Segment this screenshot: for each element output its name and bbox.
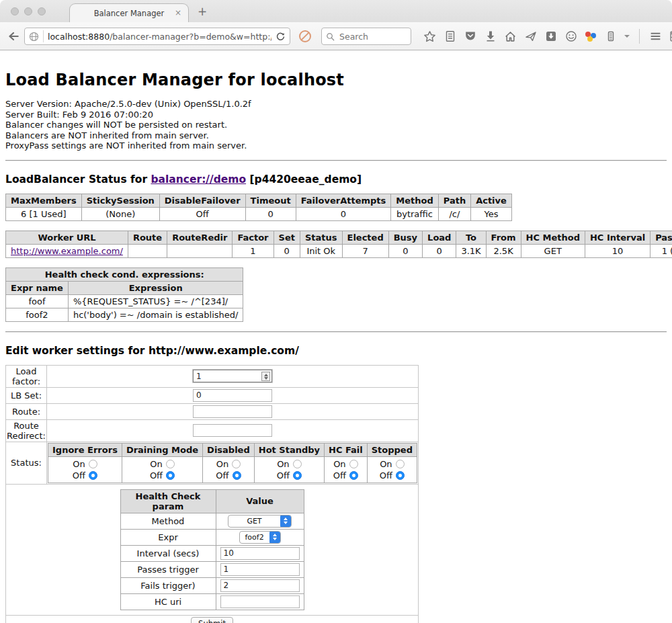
cell-expr-name: foof2 <box>6 308 69 321</box>
col-maxmembers: MaxMembers <box>6 194 82 207</box>
loadbalancer-status-heading: LoadBalancer Status for balancer://demo … <box>5 173 667 185</box>
col-expr-name: Expr name <box>6 281 69 294</box>
hc-interval-row: Interval (secs) <box>120 545 304 561</box>
hc-fails-input[interactable] <box>220 579 300 592</box>
load-factor-row: Load factor: <box>6 365 419 387</box>
hc-fail-on-radio[interactable] <box>349 460 358 468</box>
col-expression: Expression <box>68 281 243 294</box>
hc-uri-input[interactable] <box>220 595 300 608</box>
minimize-window-button[interactable] <box>24 7 32 15</box>
draining-mode-off-radio[interactable] <box>166 471 175 480</box>
server-built-line: Server Built: Feb 9 2016 07:00:20 <box>5 110 667 120</box>
load-factor-input[interactable] <box>193 370 272 382</box>
hc-uri-cell <box>216 593 304 610</box>
cell-hc-method: GET <box>521 244 585 257</box>
menu-hamburger-icon[interactable] <box>649 30 662 43</box>
hc-expr-header-row: Expr name Expression <box>6 281 243 294</box>
send-to-device-icon[interactable] <box>524 30 537 43</box>
home-icon[interactable] <box>504 30 517 43</box>
off-label: Off <box>333 470 346 481</box>
col-routeredir: RouteRedir <box>167 231 233 244</box>
page-title: Load Balancer Manager for localhost <box>5 71 667 89</box>
lb-set-row: LB Set: <box>6 387 419 403</box>
url-bar[interactable]: localhost:8880/balancer-manager?b=demo&w… <box>24 28 290 45</box>
stopped-cell: On Off <box>367 456 417 483</box>
balancer-demo-link[interactable]: balancer://demo <box>151 173 246 185</box>
hc-passes-input[interactable] <box>220 563 300 576</box>
cell-factor: 1 <box>233 244 274 257</box>
edit-worker-heading: Edit worker settings for http://www.exam… <box>5 345 667 357</box>
balancer-status-table: MaxMembers StickySession DisableFailover… <box>5 194 512 221</box>
addon-download-icon[interactable] <box>544 30 557 43</box>
downloads-icon[interactable] <box>484 30 497 43</box>
cell-disablefailover: Off <box>159 207 245 220</box>
hc-fail-off-radio[interactable] <box>349 471 358 480</box>
route-redirect-label: Route Redirect: <box>6 419 47 442</box>
stopped-on-radio[interactable] <box>396 460 405 468</box>
col-passes: Passes <box>650 231 672 244</box>
route-redirect-input[interactable] <box>193 424 272 437</box>
tab-balancer-manager[interactable]: Balancer Manager × <box>69 3 189 23</box>
reading-list-icon[interactable] <box>444 30 456 43</box>
close-window-button[interactable] <box>11 7 19 15</box>
feedback-smiley-icon[interactable] <box>564 30 577 43</box>
off-label: Off <box>216 470 228 481</box>
submit-button[interactable]: Submit <box>191 617 233 623</box>
hc-method-select[interactable]: GET <box>228 515 292 528</box>
hot-standby-off-radio[interactable] <box>293 471 302 480</box>
disabled-off-radio[interactable] <box>233 471 241 480</box>
url-text[interactable]: localhost:8880/balancer-manager?b=demo&w… <box>48 32 271 42</box>
hc-passes-label: Passes trigger <box>120 561 216 577</box>
hc-expr-cell: foof2 <box>216 529 304 545</box>
select-chevrons-icon <box>269 531 280 544</box>
color-extension-icon[interactable] <box>585 30 597 42</box>
zoom-window-button[interactable] <box>38 7 46 15</box>
cell-path: /c/ <box>438 207 470 220</box>
reload-icon[interactable] <box>276 32 286 42</box>
hc-fails-cell <box>216 577 304 593</box>
hc-expr-row-foof: foof %{REQUEST_STATUS} =~ /^[234]/ <box>6 294 243 308</box>
hc-expr-select[interactable]: foof2 <box>239 531 281 544</box>
hot-standby-on-radio[interactable] <box>293 460 302 468</box>
draining-mode-cell: On Off <box>122 456 202 483</box>
status-radio-row: On Off On Off On Off <box>48 456 417 483</box>
pocket-icon[interactable] <box>464 30 476 43</box>
cell-timeout: 0 <box>245 207 296 220</box>
hc-uri-row: HC uri <box>120 593 304 610</box>
health-check-expressions-table: Health check cond. expressions: Expr nam… <box>5 267 243 322</box>
hc-method-row: Method GET <box>120 513 304 529</box>
col-busy: Busy <box>388 231 422 244</box>
cell-route <box>128 244 167 257</box>
route-input[interactable] <box>193 405 272 418</box>
battery-extension-icon[interactable] <box>604 30 617 43</box>
tab-close-icon[interactable]: × <box>175 8 181 17</box>
extension-dropdown-caret-icon[interactable] <box>624 35 630 38</box>
route-label: Route: <box>6 403 47 419</box>
cell-expression: hc('body') =~ /domain is established/ <box>68 308 243 321</box>
disabled-on-radio[interactable] <box>232 460 241 468</box>
hc-expr-row: Expr foof2 <box>120 529 304 545</box>
worker-header-row: Worker URL Route RouteRedir Factor Set S… <box>6 231 672 244</box>
new-tab-button[interactable]: + <box>198 5 207 18</box>
draining-mode-on-radio[interactable] <box>166 460 175 468</box>
ignore-errors-on-radio[interactable] <box>89 460 97 468</box>
search-input[interactable] <box>338 31 398 42</box>
submit-cell: Submit <box>6 615 419 623</box>
divider <box>5 331 667 333</box>
tab-groups-icon[interactable] <box>669 30 672 43</box>
hot-standby-cell: On Off <box>254 456 324 483</box>
bookmark-star-icon[interactable] <box>423 30 436 43</box>
worker-url-link[interactable]: http://www.example.com/ <box>11 246 123 256</box>
search-bar[interactable] <box>321 28 411 45</box>
route-cell <box>47 403 419 419</box>
content-blocked-icon[interactable] <box>299 30 311 42</box>
ignore-errors-off-radio[interactable] <box>89 471 97 480</box>
back-button[interactable] <box>7 22 20 50</box>
page-content: Load Balancer Manager for localhost Serv… <box>0 50 672 623</box>
number-stepper-icon[interactable] <box>261 372 270 381</box>
cell-load: 0 <box>423 244 456 257</box>
lb-set-input[interactable] <box>193 389 272 402</box>
tab-title: Balancer Manager <box>94 9 165 18</box>
stopped-off-radio[interactable] <box>396 471 405 480</box>
hc-interval-input[interactable] <box>220 547 300 560</box>
